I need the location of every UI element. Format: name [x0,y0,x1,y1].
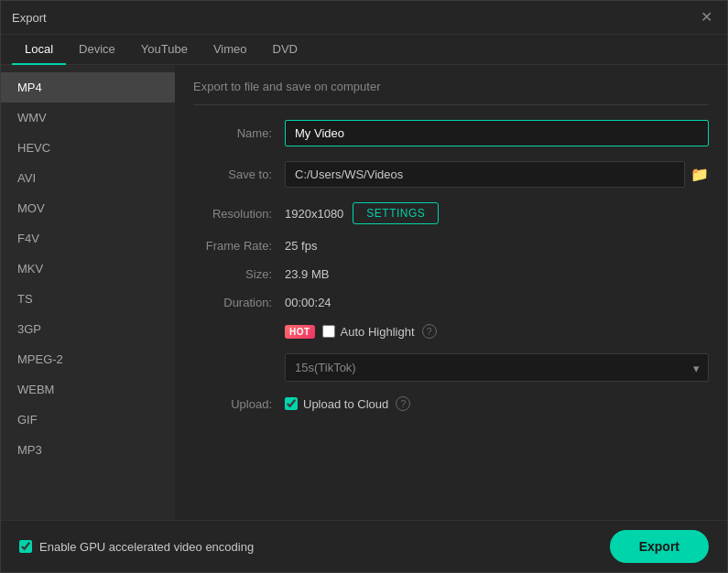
name-row: Name: [193,120,709,146]
autohighlight-checkbox[interactable] [322,325,335,338]
duration-label: Duration: [193,296,285,309]
saveto-label: Save to: [193,168,285,181]
upload-label: Upload: [193,397,285,411]
gpu-checkbox-label[interactable]: Enable GPU accelerated video encoding [19,540,254,554]
sidebar-item-avi[interactable]: AVI [1,163,175,193]
tiktok-dropdown-wrapper: 15s(TikTok) [285,353,709,382]
uploadcloud-label-text: Upload to Cloud [303,397,388,411]
main-area: MP4 WMV HEVC AVI MOV F4V MKV TS 3GP MPEG… [1,65,727,520]
window-title: Export [12,11,47,25]
tiktok-dropdown-row: 15s(TikTok) [193,353,709,382]
tab-vimeo[interactable]: Vimeo [201,35,260,65]
sidebar-item-mp4[interactable]: MP4 [1,72,175,103]
resolution-row: Resolution: 1920x1080 SETTINGS [193,202,709,224]
sidebar-item-gif[interactable]: GIF [1,405,175,435]
resolution-label: Resolution: [193,207,285,221]
upload-cloud-row: Upload to Cloud ? [285,396,709,411]
autohighlight-label-text: Auto Highlight [341,325,415,339]
framerate-control: 25 fps [285,239,709,253]
size-control: 23.9 MB [285,267,709,281]
sidebar-item-webm[interactable]: WEBM [1,374,175,405]
settings-button[interactable]: SETTINGS [353,202,439,224]
path-display: C:/Users/WS/Videos [285,161,685,188]
tab-dvd[interactable]: DVD [260,35,310,65]
sidebar-item-3gp[interactable]: 3GP [1,314,175,344]
path-row: C:/Users/WS/Videos 📁 [285,161,709,188]
content-area: Export to file and save on computer Name… [175,65,727,520]
tabbar: Local Device YouTube Vimeo DVD [1,35,727,65]
framerate-row: Frame Rate: 25 fps [193,239,709,253]
tab-device[interactable]: Device [66,35,128,65]
upload-row: Upload: Upload to Cloud ? [193,396,709,411]
autohighlight-control: HOT Auto Highlight ? [285,324,709,339]
uploadcloud-help-icon[interactable]: ? [396,396,410,411]
name-input[interactable] [285,120,709,146]
framerate-label: Frame Rate: [193,239,285,253]
close-button[interactable]: ✕ [697,8,716,27]
sidebar-item-wmv[interactable]: WMV [1,103,175,133]
sidebar-item-mkv[interactable]: MKV [1,254,175,284]
sidebar-item-mpeg2[interactable]: MPEG-2 [1,344,175,374]
sidebar-item-mp3[interactable]: MP3 [1,435,175,465]
tiktok-control: 15s(TikTok) [285,353,709,382]
autohighlight-checkbox-label[interactable]: Auto Highlight [322,325,415,339]
saveto-control: C:/Users/WS/Videos 📁 [285,161,709,188]
tab-local[interactable]: Local [12,35,66,65]
section-title: Export to file and save on computer [193,65,709,105]
size-row: Size: 23.9 MB [193,267,709,281]
gpu-label-text: Enable GPU accelerated video encoding [39,540,254,554]
name-control [285,120,709,146]
framerate-value: 25 fps [285,239,317,253]
sidebar-item-mov[interactable]: MOV [1,193,175,223]
duration-row: Duration: 00:00:24 [193,296,709,309]
sidebar-item-ts[interactable]: TS [1,284,175,314]
uploadcloud-checkbox-label[interactable]: Upload to Cloud [285,397,388,411]
tiktok-dropdown[interactable]: 15s(TikTok) [285,353,709,382]
highlight-row: HOT Auto Highlight ? [285,324,709,339]
hot-badge: HOT [285,325,315,339]
autohighlight-row: HOT Auto Highlight ? [193,324,709,339]
export-window: Export ✕ Local Device YouTube Vimeo DVD … [0,0,728,573]
upload-control: Upload to Cloud ? [285,396,709,411]
folder-browse-button[interactable]: 📁 [690,166,709,183]
resolution-value-row: 1920x1080 SETTINGS [285,202,709,224]
sidebar: MP4 WMV HEVC AVI MOV F4V MKV TS 3GP MPEG… [1,65,175,520]
sidebar-item-f4v[interactable]: F4V [1,223,175,254]
duration-value: 00:00:24 [285,296,331,309]
sidebar-item-hevc[interactable]: HEVC [1,133,175,163]
autohighlight-help-icon[interactable]: ? [422,324,437,339]
bottombar: Enable GPU accelerated video encoding Ex… [1,520,727,572]
tab-youtube[interactable]: YouTube [128,35,201,65]
export-button[interactable]: Export [610,530,709,563]
uploadcloud-checkbox[interactable] [285,397,298,410]
gpu-checkbox[interactable] [19,540,32,553]
duration-control: 00:00:24 [285,296,709,309]
titlebar: Export ✕ [1,1,727,35]
resolution-control: 1920x1080 SETTINGS [285,202,709,224]
folder-icon: 📁 [690,167,709,182]
resolution-value: 1920x1080 [285,207,343,221]
saveto-row: Save to: C:/Users/WS/Videos 📁 [193,161,709,188]
size-label: Size: [193,267,285,281]
size-value: 23.9 MB [285,267,329,281]
name-label: Name: [193,126,285,140]
